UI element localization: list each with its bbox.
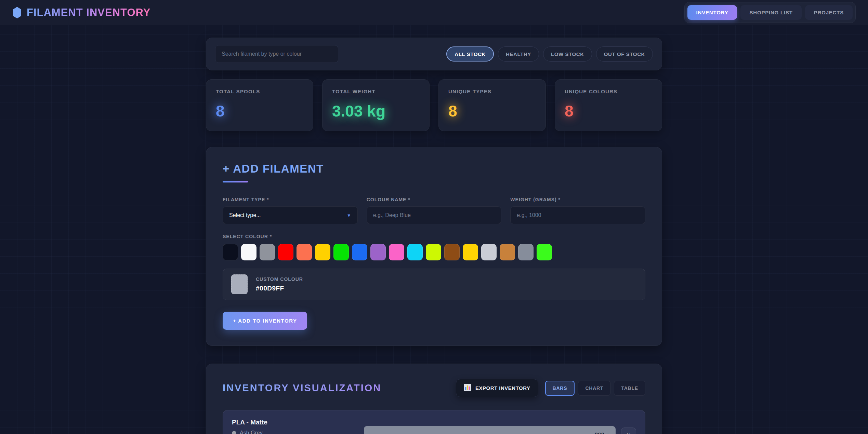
bar-chart-icon [464,384,471,392]
export-inventory-label: EXPORT INVENTORY [475,385,530,391]
custom-colour-swatch[interactable] [231,274,248,294]
hexagon-logo-icon [12,7,22,18]
visualization-title: INVENTORY VISUALIZATION [223,382,381,394]
colour-swatch[interactable] [315,244,330,260]
filter-low-stock[interactable]: LOW STOCK [543,46,592,62]
stat-label: TOTAL SPOOLS [216,89,303,94]
weight-value: 860 g [595,432,609,434]
app-title: FILAMENT INVENTORY [27,6,150,19]
nav-tab-projects[interactable]: PROJECTS [805,5,853,20]
colour-swatch[interactable] [444,244,460,260]
filament-type-label: FILAMENT TYPE * [223,197,358,202]
add-filament-panel: + ADD FILAMENT FILAMENT TYPE * Select ty… [206,147,662,346]
app-header: FILAMENT INVENTORY INVENTORY SHOPPING LI… [0,0,868,25]
title-underline [223,181,248,182]
colour-swatch[interactable] [370,244,386,260]
item-type: PLA - Matte [232,419,355,426]
select-colour-section: SELECT COLOUR * [223,234,645,260]
app-brand: FILAMENT INVENTORY [12,6,150,19]
select-colour-label: SELECT COLOUR * [223,234,645,239]
colour-swatch[interactable] [241,244,257,260]
main-content: ALL STOCK HEALTHY LOW STOCK OUT OF STOCK… [206,38,662,434]
custom-colour-value: #00D9FF [256,285,303,292]
add-filament-title: + ADD FILAMENT [223,162,645,175]
colour-swatch[interactable] [407,244,423,260]
filament-type-field-group: FILAMENT TYPE * Select type... ▼ [223,197,358,224]
colour-swatch[interactable] [260,244,275,260]
stat-total-spools: TOTAL SPOOLS 8 [206,79,313,131]
weight-input[interactable] [511,207,645,224]
colour-swatch[interactable] [223,244,238,260]
colour-swatch[interactable] [297,244,312,260]
filter-all-stock[interactable]: ALL STOCK [446,46,494,62]
view-tab-table[interactable]: TABLE [614,381,645,396]
colour-dot [232,431,236,434]
stat-value: 8 [216,102,303,120]
stat-unique-types: UNIQUE TYPES 8 [438,79,546,131]
colour-swatch[interactable] [389,244,404,260]
view-tab-chart[interactable]: CHART [578,381,610,396]
colour-swatch[interactable] [463,244,478,260]
add-to-inventory-button[interactable]: + ADD TO INVENTORY [223,312,307,330]
stock-filter-group: ALL STOCK HEALTHY LOW STOCK OUT OF STOCK [446,46,653,62]
export-inventory-button[interactable]: EXPORT INVENTORY [456,379,538,397]
inventory-visualization-panel: INVENTORY VISUALIZATION EXPORT INVENTORY [206,364,662,434]
search-filter-panel: ALL STOCK HEALTHY LOW STOCK OUT OF STOCK [206,38,662,70]
filament-type-value: Select type... [229,212,261,218]
stats-row: TOTAL SPOOLS 8 TOTAL WEIGHT 3.03 kg UNIQ… [206,79,662,131]
visualization-header: INVENTORY VISUALIZATION EXPORT INVENTORY [223,379,645,397]
weight-label: WEIGHT (GRAMS) * [510,197,645,202]
stat-unique-colours: UNIQUE COLOURS 8 [555,79,662,131]
stat-total-weight: TOTAL WEIGHT 3.03 kg [322,79,430,131]
colour-name-field-group: COLOUR NAME * [367,197,502,224]
stat-label: UNIQUE COLOURS [565,89,652,94]
nav-tab-shopping-list[interactable]: SHOPPING LIST [740,5,801,20]
view-tab-bars[interactable]: BARS [545,381,575,396]
colour-swatch[interactable] [518,244,534,260]
colour-name-input[interactable] [367,207,501,224]
chevron-down-icon: ▼ [347,213,351,218]
colour-swatch[interactable] [500,244,515,260]
search-input[interactable] [215,45,338,63]
inventory-item-row: PLA - Matte Ash Grey HEALTHY STOCK 860 g… [223,410,645,434]
visualization-controls: EXPORT INVENTORY BARS CHART TABLE [456,379,645,397]
item-colour-name: Ash Grey [240,430,263,434]
item-bar-area: 860 g ✕ [364,426,636,434]
stat-value: 8 [565,102,652,120]
weight-bar-fill: 860 g [364,426,616,434]
weight-field-group: WEIGHT (GRAMS) * [510,197,645,224]
filter-out-of-stock[interactable]: OUT OF STOCK [596,46,653,62]
custom-colour-row: CUSTOM COLOUR #00D9FF [223,269,645,300]
item-info: PLA - Matte Ash Grey HEALTHY STOCK [232,419,355,434]
main-nav: INVENTORY SHOPPING LIST PROJECTS [684,2,856,23]
nav-tab-inventory[interactable]: INVENTORY [687,5,737,20]
colour-swatch[interactable] [352,244,367,260]
stat-label: UNIQUE TYPES [448,89,536,94]
weight-bar-track: 860 g [364,426,616,434]
view-switcher: BARS CHART TABLE [545,381,646,396]
stat-value: 8 [448,102,536,120]
remove-item-button[interactable]: ✕ [621,428,636,434]
colour-name-label: COLOUR NAME * [367,197,502,202]
colour-swatch[interactable] [537,244,552,260]
filter-healthy[interactable]: HEALTHY [498,46,539,62]
custom-colour-label: CUSTOM COLOUR [256,276,303,282]
filament-type-select[interactable]: Select type... ▼ [223,206,358,224]
colour-swatch[interactable] [481,244,497,260]
stat-label: TOTAL WEIGHT [332,89,420,94]
colour-swatch-row [223,244,645,260]
stat-value: 3.03 kg [332,102,420,120]
colour-swatch[interactable] [426,244,441,260]
add-filament-form: FILAMENT TYPE * Select type... ▼ COLOUR … [223,197,645,224]
colour-swatch[interactable] [333,244,349,260]
colour-swatch[interactable] [278,244,293,260]
